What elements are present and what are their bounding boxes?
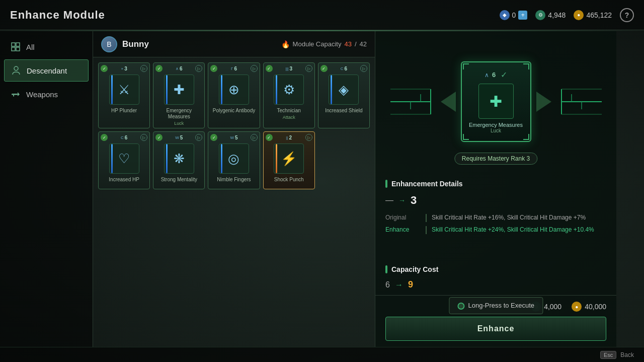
module-visual-container: ∧ 6 ✓ ✚ Emergency Measures Luck <box>390 61 602 142</box>
module-rank-3: Γ 6 <box>231 66 237 71</box>
module-arrow-1: ▷ <box>140 65 147 72</box>
module-card-header-8: ✓ W 5 ▷ <box>210 134 257 141</box>
module-arrow-5: ▷ <box>360 65 367 72</box>
help-button[interactable]: ? <box>620 8 634 22</box>
header-right: ◆ 0 + ⚙ 4,948 ● 465,122 ? <box>500 8 634 22</box>
prev-module-button[interactable] <box>436 89 461 114</box>
module-rank-9: || 2 <box>286 135 292 140</box>
center-rank-num: 6 <box>492 71 496 79</box>
center-module-card: ∧ 6 ✓ ✚ Emergency Measures Luck <box>461 61 531 142</box>
middle-panel: B Bunny 🔥 Module Capacity 43 / 42 ✓ <box>93 31 375 347</box>
cost-item-2: ● 40,000 <box>572 302 606 312</box>
module-arrow-9: ▷ <box>305 134 312 141</box>
module-tag-2: Luck <box>174 121 184 126</box>
capacity-row: 6 → 9 <box>385 279 606 290</box>
module-name-5: Increased Shield <box>325 108 363 114</box>
capacity-to: 9 <box>408 279 413 290</box>
module-image-2: ✚ <box>164 75 194 105</box>
module-card-technician[interactable]: ✓ ||| 3 ▷ ⚙ Technician Attack <box>263 62 315 128</box>
svg-point-4 <box>14 66 18 70</box>
module-grid: ✓ × 3 ▷ ⚔ HP Plunder ✓ <box>93 57 375 347</box>
module-card-strong-mentality[interactable]: ✓ W 5 ▷ ❋ Strong Mentality <box>153 131 205 189</box>
sidebar-item-descendant[interactable]: Descendant <box>4 59 89 82</box>
module-name-2: Emergency Measures <box>155 108 202 120</box>
character-name: Bunny <box>122 39 149 49</box>
stat-divider-1 <box>426 214 427 222</box>
capacity-from: 6 <box>385 280 390 289</box>
module-card-increased-hp[interactable]: ✓ C 6 ▷ ♡ Increased HP <box>98 131 150 189</box>
sidebar-item-all[interactable]: All <box>4 36 89 57</box>
center-module-sub: Luck <box>491 128 501 133</box>
module-card-shock-punch[interactable]: ✓ || 2 ▷ ⚡ Shock Punch <box>263 131 315 189</box>
esc-key[interactable]: Esc <box>600 351 616 359</box>
module-card-polygenic[interactable]: ✓ Γ 6 ▷ ⊕ Polygenic Antibody <box>208 62 260 128</box>
center-module-check-icon: ✓ <box>501 70 507 80</box>
module-card-header-9: ✓ || 2 ▷ <box>266 134 312 141</box>
next-module-button[interactable] <box>531 89 556 114</box>
module-card-increased-shield[interactable]: ✓ C 6 ▷ ◈ Increased Shield <box>318 62 370 128</box>
module-rank-8: W 5 <box>230 135 237 140</box>
original-value: Skill Critical Hit Rate +16%, Skill Crit… <box>432 214 586 221</box>
corner-tr <box>523 63 529 69</box>
enhance-button-container: Long-Press to Execute Enhance <box>385 317 606 341</box>
enhance-button[interactable]: Enhance <box>385 317 606 341</box>
module-rank-5: C 6 <box>341 66 347 71</box>
main-container: Enhance Module ◆ 0 + ⚙ 4,948 ● 465,122 ? <box>0 0 644 362</box>
capacity-info: 🔥 Module Capacity 43 / 42 <box>281 40 367 48</box>
module-rank-4: ||| 3 <box>285 66 292 71</box>
module-name-9: Shock Punch <box>274 177 304 183</box>
module-tag-4: Attack <box>283 115 295 120</box>
weapons-icon <box>10 89 21 100</box>
circuit-left <box>390 82 436 122</box>
character-info: B Bunny <box>101 36 149 52</box>
module-arrow-8: ▷ <box>251 134 258 141</box>
character-bar: B Bunny 🔥 Module Capacity 43 / 42 <box>93 31 375 57</box>
corner-br <box>523 134 529 140</box>
stat-divider-2 <box>426 226 427 234</box>
module-name-4: Technician <box>277 108 301 114</box>
section-bar-1 <box>385 180 387 188</box>
module-card-hp-plunder[interactable]: ✓ × 3 ▷ ⚔ HP Plunder <box>98 62 150 128</box>
module-card-nimble-fingers[interactable]: ✓ W 5 ▷ ◎ Nimble Fingers <box>208 131 260 189</box>
capacity-header: Capacity Cost <box>385 265 606 273</box>
enhance-value: Skill Critical Hit Rate +24%, Skill Crit… <box>432 226 594 233</box>
header: Enhance Module ◆ 0 + ⚙ 4,948 ● 465,122 ? <box>0 0 644 30</box>
sidebar-label-all: All <box>26 43 35 51</box>
module-card-header-1: ✓ × 3 ▷ <box>101 65 147 72</box>
module-arrow-6: ▷ <box>140 134 147 141</box>
circuit-right <box>556 82 602 122</box>
original-label: Original <box>385 214 421 221</box>
module-check-1: ✓ <box>101 65 108 72</box>
enhance-stat-row: Enhance Skill Critical Hit Rate +24%, Sk… <box>385 226 606 234</box>
module-check-7: ✓ <box>155 134 163 141</box>
currency-amount-2: 4,948 <box>548 11 566 19</box>
module-check-5: ✓ <box>320 65 328 72</box>
module-rank-7: W 5 <box>175 135 183 140</box>
module-arrow-7: ▷ <box>195 134 202 141</box>
svg-rect-5 <box>12 94 18 95</box>
cost-item-1: ⚙ 4,000 <box>531 302 561 312</box>
svg-rect-0 <box>12 43 15 46</box>
level-arrow: → <box>398 196 406 204</box>
module-image-6: ♡ <box>109 143 139 174</box>
module-name-8: Nimble Fingers <box>217 177 251 183</box>
module-check-4: ✓ <box>266 65 273 72</box>
capacity-separator: / <box>355 40 357 48</box>
module-arrow-4: ▷ <box>305 65 312 72</box>
module-card-emergency[interactable]: ✓ ∧ 6 ▷ ✚ Emergency Measures Luck <box>153 62 205 128</box>
bottom-section: ⚙ 4,000 ● 40,000 Long-Press to Execute E… <box>375 295 616 347</box>
cost-icon-1: ⚙ <box>531 302 541 312</box>
module-card-header-7: ✓ W 5 ▷ <box>155 134 202 141</box>
original-stat-row: Original Skill Critical Hit Rate +16%, S… <box>385 214 606 222</box>
module-name-3: Polygenic Antibody <box>213 108 256 114</box>
module-name-6: Increased HP <box>109 177 139 183</box>
module-card-header-5: ✓ C 6 ▷ <box>320 65 367 72</box>
corner-bl <box>463 134 469 140</box>
corner-tl <box>463 63 469 69</box>
add-currency-1-button[interactable]: + <box>518 11 527 20</box>
capacity-arrow: → <box>395 280 403 289</box>
sidebar-item-weapons[interactable]: Weapons <box>4 84 89 105</box>
module-image-7: ❋ <box>164 143 194 174</box>
character-avatar: B <box>101 36 117 52</box>
capacity-icon: 🔥 <box>281 40 290 48</box>
